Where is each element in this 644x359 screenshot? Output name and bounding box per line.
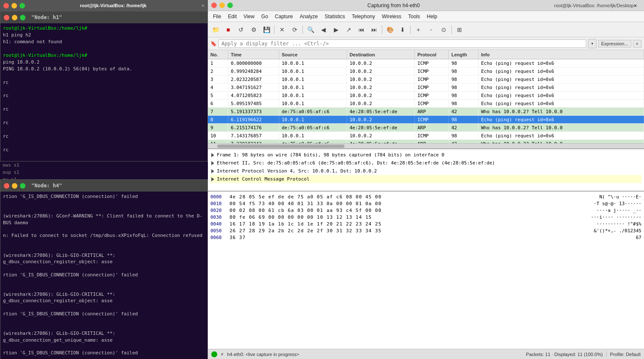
menu-capture[interactable]: Capture xyxy=(272,13,297,20)
terminal-h1-body[interactable]: root@ljk-VirtualBox:/home/ljk# h1 ping h… xyxy=(0,23,207,161)
cell-info: Who has 10.0.0.2? Tell 10.0.0 xyxy=(479,140,644,143)
toolbar-zoom-reset-btn[interactable]: ⊙ xyxy=(438,24,450,36)
menu-wireless[interactable]: Wireless xyxy=(378,13,405,20)
packet-row-4[interactable]: 43.04719162710.0.0.110.0.0.2ICMP98Echo (… xyxy=(208,83,644,92)
toolbar-zoom-out-btn[interactable]: - xyxy=(425,24,437,36)
terminal-h1-min-btn[interactable] xyxy=(12,15,17,20)
ws-tab-close[interactable]: ✕ xyxy=(634,3,641,8)
menu-analyze[interactable]: Analyze xyxy=(297,13,322,20)
toolbar-stop-btn[interactable]: ■ xyxy=(222,24,234,36)
toolbar-options-btn[interactable]: ⚙ xyxy=(248,24,260,36)
ws-min-btn[interactable] xyxy=(219,3,225,8)
hex-bytes-6: 36 37 xyxy=(230,235,591,240)
hex-bytes-5: 26 27 28 29 2a 2b 2c 2d 2e 2f 30 31 32 3… xyxy=(230,228,591,234)
packet-row-10[interactable]: 107.14317685710.0.0.110.0.0.2ICMP98Echo … xyxy=(208,132,644,140)
ws-close-btn[interactable] xyxy=(211,3,217,8)
filter-bookmark-icon: 🔖 xyxy=(210,41,217,47)
packet-rows-container: 10.00000000010.0.0.110.0.0.2ICMP98Echo (… xyxy=(208,59,644,143)
left-panel: root@ljk-VirtualBox: /home/ljk ✕ "Node: … xyxy=(0,0,208,359)
toolbar-prev-btn[interactable]: ◀ xyxy=(317,24,329,36)
menu-view[interactable]: View xyxy=(240,13,258,20)
terminal-h1-line-2: root@ljk-VirtualBox:/home/ljk# xyxy=(3,52,205,59)
detail-row-0[interactable]: Frame 1: 98 bytes on wire (784 bits), 98… xyxy=(210,151,641,159)
packet-row-11[interactable]: 117.239183243de:75:a0:05:af:c64e:28:05:5… xyxy=(208,140,644,143)
expand-arrow-2 xyxy=(211,169,214,173)
toolbar-sep-4 xyxy=(410,25,411,34)
cell-src: 10.0.0.1 xyxy=(279,92,347,99)
cell-src: de:75:a0:05:af:c6 xyxy=(279,124,347,131)
terminal-h4-max-btn[interactable] xyxy=(20,183,25,189)
top-tab-close[interactable]: ✕ xyxy=(202,3,204,8)
menu-telephony[interactable]: Telephony xyxy=(348,13,378,20)
terminal-h1-max-btn[interactable] xyxy=(20,15,25,20)
toolbar-zoom-in-btn[interactable]: + xyxy=(412,24,424,36)
packet-row-8[interactable]: 86.11919662210.0.0.110.0.0.2ICMP98Echo (… xyxy=(208,116,644,124)
cell-proto: ICMP xyxy=(415,92,449,99)
filter-input[interactable] xyxy=(218,39,586,48)
packet-list-scrollbar[interactable] xyxy=(208,143,644,148)
packet-row-2[interactable]: 20.99924828410.0.0.110.0.0.2ICMP98Echo (… xyxy=(208,67,644,75)
packet-row-1[interactable]: 10.00000000010.0.0.110.0.0.2ICMP98Echo (… xyxy=(208,59,644,67)
detail-row-2[interactable]: Internet Protocol Version 4, Src: 10.0.0… xyxy=(210,167,641,175)
filter-plus-btn[interactable]: + xyxy=(633,40,641,47)
cell-no: 11 xyxy=(208,140,228,143)
ws-max-btn[interactable] xyxy=(227,3,233,8)
hex-row-4: 004016 17 18 19 1a 1b 1c 1d 1e 1f 20 21 … xyxy=(210,220,641,227)
cell-dst: 10.0.0.2 xyxy=(347,67,415,75)
toolbar-colorize-btn[interactable]: 🎨 xyxy=(384,24,396,36)
toolbar-save-btn[interactable]: 💾 xyxy=(260,24,272,36)
col-destination: Destination xyxy=(347,50,415,59)
min-btn-top[interactable] xyxy=(11,3,17,8)
hex-ascii-1: ·T s@·@· 13······ xyxy=(591,201,641,206)
packet-row-9[interactable]: 96.215174176de:75:a0:05:af:c64e:28:05:5e… xyxy=(208,124,644,132)
cell-len: 98 xyxy=(449,116,479,123)
hex-bytes-3: 00 fe 06 69 00 00 00 00 00 10 13 12 13 1… xyxy=(230,214,591,220)
menu-edit[interactable]: Edit xyxy=(224,13,240,20)
packet-row-5[interactable]: 54.07120582310.0.0.110.0.0.2ICMP98Echo (… xyxy=(208,92,644,100)
toolbar-search-btn[interactable]: 🔍 xyxy=(305,24,316,36)
packet-row-7[interactable]: 75.191337373de:75:a0:05:af:c64e:28:05:5e… xyxy=(208,108,644,116)
terminal-h1-close-btn[interactable] xyxy=(4,15,9,20)
cell-src: 10.0.0.1 xyxy=(279,59,347,67)
toolbar-resize-cols-btn[interactable]: ⊞ xyxy=(454,24,465,36)
filter-dropdown-btn[interactable]: ▾ xyxy=(588,39,596,48)
menu-go[interactable]: Go xyxy=(258,13,272,20)
toolbar-goto-btn[interactable]: ↗ xyxy=(343,24,355,36)
cell-len: 98 xyxy=(449,83,479,91)
terminal-overlap: ows s1 oup s1 ow s1 xyxy=(0,161,208,179)
menu-help[interactable]: Help xyxy=(423,13,441,20)
cell-info: Echo (ping) request id=0x6 xyxy=(479,92,644,99)
cell-src: 10.0.0.1 xyxy=(279,83,347,91)
menu-tools[interactable]: Tools xyxy=(405,13,423,20)
detail-row-3[interactable]: Internet Control Message Protocol xyxy=(210,175,641,183)
toolbar-next-btn[interactable]: ▶ xyxy=(330,24,342,36)
terminal-h4-titlebar: "Node: h4" xyxy=(0,180,207,192)
filter-expression-btn[interactable]: Expression... xyxy=(598,40,631,47)
toolbar-first-btn[interactable]: ⏮ xyxy=(356,24,367,36)
terminal-h4-min-btn[interactable] xyxy=(12,183,17,189)
terminal-h1-line-10: rc xyxy=(3,160,205,161)
detail-row-1[interactable]: Ethernet II, Src: de:75:a0:05:af:c6 (de:… xyxy=(210,159,641,167)
cell-no: 6 xyxy=(208,100,228,107)
max-btn-top[interactable] xyxy=(20,3,25,8)
close-btn-top[interactable] xyxy=(3,3,9,8)
toolbar-last-btn[interactable]: ⏭ xyxy=(368,24,380,36)
scrollbar-thumb[interactable] xyxy=(217,145,344,148)
terminal-h4-body[interactable]: rtion 'G_IS_DBUS_CONNECTION (connection)… xyxy=(0,192,207,359)
status-interface: h4-eth0: <live capture in progress> xyxy=(227,352,299,357)
toolbar-reload-btn[interactable]: ⟳ xyxy=(289,24,301,36)
packet-row-3[interactable]: 32.02322058710.0.0.110.0.0.2ICMP98Echo (… xyxy=(208,75,644,83)
packet-row-6[interactable]: 65.09519748510.0.0.110.0.0.2ICMP98Echo (… xyxy=(208,100,644,108)
menu-statistics[interactable]: Statistics xyxy=(321,13,348,20)
toolbar-open-btn[interactable]: 📁 xyxy=(210,24,221,36)
toolbar-close-btn[interactable]: ✕ xyxy=(276,24,288,36)
terminal-h4-close-btn[interactable] xyxy=(4,183,9,189)
cell-dst: 4e:28:05:5e:ef:de xyxy=(347,140,415,143)
toolbar-autoscroll-btn[interactable]: ⬇ xyxy=(397,24,409,36)
cell-len: 42 xyxy=(449,140,479,143)
menu-file[interactable]: File xyxy=(210,13,224,20)
cell-time: 5.191337373 xyxy=(228,108,279,115)
toolbar-restart-btn[interactable]: ↺ xyxy=(235,24,247,36)
cell-proto: ARP xyxy=(415,140,449,143)
cell-dst: 10.0.0.2 xyxy=(347,92,415,99)
